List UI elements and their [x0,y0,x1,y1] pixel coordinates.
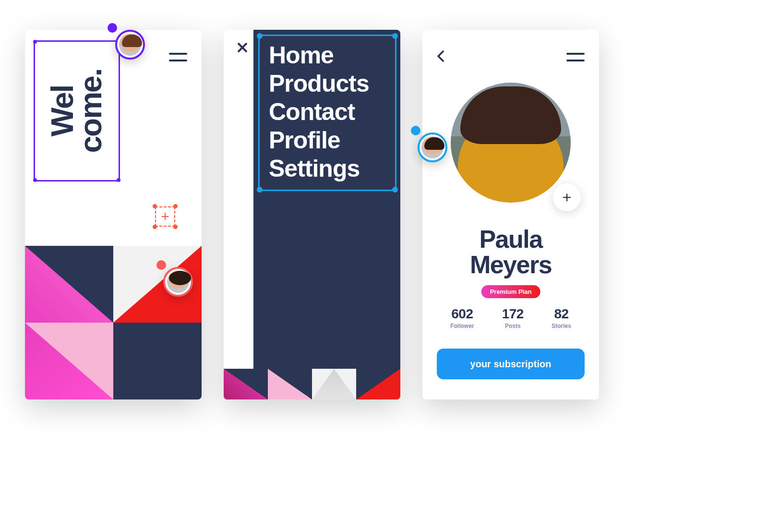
avatar-icon [167,271,189,293]
resize-handle[interactable] [153,204,157,208]
resize-handle[interactable] [257,33,263,39]
add-element-box[interactable]: + [151,203,179,230]
welcome-heading: Wel come. [48,39,105,183]
screen-menu: Home Products Contact Profile Settings [224,30,400,399]
stat-value: 172 [502,306,524,322]
profile-stats: 602 Follower 172 Posts 82 Stories [422,306,599,329]
stat-value: 602 [450,306,474,322]
back-icon[interactable] [436,50,448,62]
stat-stories[interactable]: 82 Stories [552,306,571,329]
menu-item-settings[interactable]: Settings [269,155,369,183]
screen-welcome: Wel come. + [25,30,202,399]
resize-handle[interactable] [257,187,263,193]
stat-posts[interactable]: 172 Posts [502,306,524,329]
resize-handle[interactable] [117,178,120,182]
plus-icon: + [155,206,175,227]
avatar-icon [119,34,141,56]
footer-artwork [224,369,400,399]
selection-frame-welcome[interactable]: Wel come. [34,40,120,181]
profile-avatar[interactable] [451,83,571,203]
close-icon[interactable] [234,39,251,56]
add-photo-button[interactable]: + [553,183,581,211]
name-line2: Meyers [470,251,552,278]
profile-name: Paula Meyers [422,227,599,278]
resize-handle[interactable] [173,204,178,208]
menu-item-products[interactable]: Products [269,70,369,98]
menu-list: Home Products Contact Profile Settings [269,41,369,183]
resize-handle[interactable] [33,178,37,182]
subscription-button[interactable]: your subscription [437,349,585,379]
stat-label: Follower [450,323,474,329]
stat-value: 82 [552,306,571,322]
cursor-dot-blue [411,126,420,135]
resize-handle[interactable] [173,225,178,229]
screen-profile: + Paula Meyers Premium Plan 602 Follower… [422,30,599,399]
collaborator-cursor-purple[interactable] [115,30,145,60]
cursor-dot-red [156,260,166,270]
resize-handle[interactable] [392,187,398,193]
collaborator-cursor-red[interactable] [163,267,193,297]
plus-icon: + [563,189,572,206]
stat-label: Posts [502,323,524,329]
collaborator-cursor-blue[interactable] [418,133,447,162]
menu-item-contact[interactable]: Contact [269,98,369,126]
avatar-icon [421,136,444,158]
resize-handle[interactable] [153,225,157,229]
stat-follower[interactable]: 602 Follower [450,306,474,329]
menu-icon[interactable] [169,52,187,62]
welcome-line2: come. [73,69,108,153]
menu-item-profile[interactable]: Profile [269,126,369,155]
cursor-dot-purple [108,23,117,33]
menu-icon[interactable] [566,52,585,62]
name-line1: Paula [479,225,542,253]
resize-handle[interactable] [33,40,37,44]
stat-label: Stories [552,323,571,329]
resize-handle[interactable] [392,33,398,39]
design-canvas: Wel come. + Home P [0,0,768,532]
menu-item-home[interactable]: Home [269,41,369,70]
plan-badge[interactable]: Premium Plan [481,285,540,298]
